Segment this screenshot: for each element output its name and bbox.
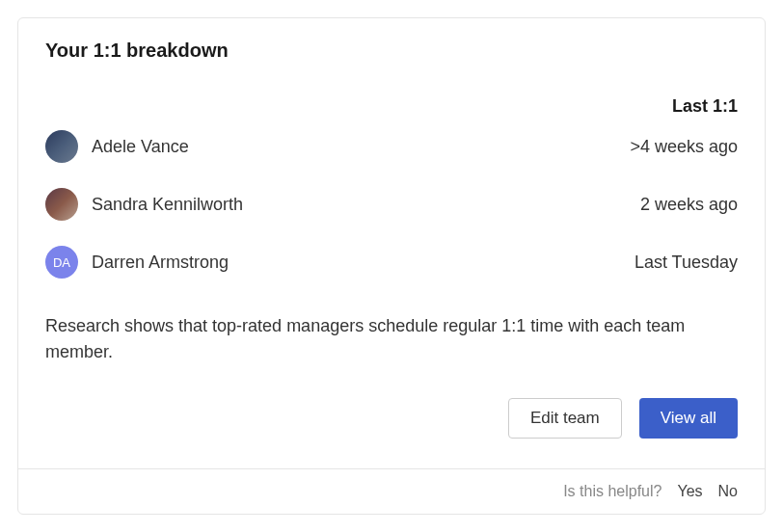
- feedback-yes-button[interactable]: Yes: [677, 483, 702, 500]
- member-last-time: >4 weeks ago: [630, 137, 738, 157]
- member-name: Adele Vance: [92, 137, 189, 157]
- feedback-no-button[interactable]: No: [718, 483, 738, 500]
- view-all-button[interactable]: View all: [639, 398, 738, 439]
- button-row: Edit team View all: [45, 398, 738, 439]
- member-left: Adele Vance: [45, 130, 189, 163]
- avatar: DA: [45, 246, 78, 279]
- member-left: DA Darren Armstrong: [45, 246, 229, 279]
- edit-team-button[interactable]: Edit team: [508, 398, 622, 439]
- table-header-row: Last 1:1: [45, 96, 738, 117]
- feedback-footer: Is this helpful? Yes No: [18, 468, 765, 514]
- member-last-time: 2 weeks ago: [640, 195, 738, 215]
- table-row: Sandra Kennilworth 2 weeks ago: [45, 188, 738, 221]
- member-last-time: Last Tuesday: [634, 253, 738, 273]
- avatar: [45, 188, 78, 221]
- table-row: Adele Vance >4 weeks ago: [45, 130, 738, 163]
- feedback-question: Is this helpful?: [563, 483, 662, 500]
- table-row: DA Darren Armstrong Last Tuesday: [45, 246, 738, 279]
- member-name: Darren Armstrong: [92, 253, 229, 273]
- member-list: Adele Vance >4 weeks ago Sandra Kennilwo…: [45, 130, 738, 279]
- card-title: Your 1:1 breakdown: [45, 40, 738, 62]
- description-text: Research shows that top-rated managers s…: [45, 313, 738, 365]
- member-left: Sandra Kennilworth: [45, 188, 243, 221]
- breakdown-card: Your 1:1 breakdown Last 1:1 Adele Vance …: [17, 17, 766, 515]
- last-column-header: Last 1:1: [672, 96, 738, 117]
- member-name: Sandra Kennilworth: [92, 195, 243, 215]
- avatar: [45, 130, 78, 163]
